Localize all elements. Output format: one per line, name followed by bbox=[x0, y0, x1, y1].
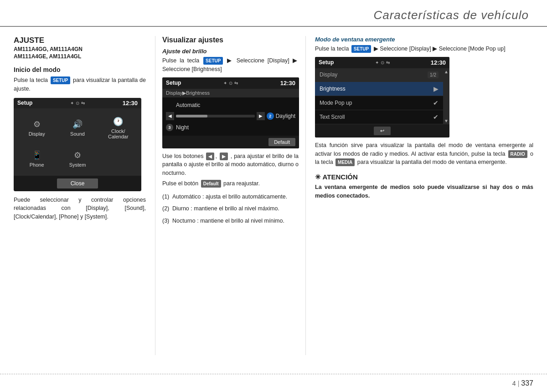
screen-title-left: Setup bbox=[17, 100, 32, 106]
menu-display[interactable]: ⚙ Display bbox=[17, 112, 56, 144]
right-screen-header: Setup ✦ ⊙ ⇆ 12:30 bbox=[315, 57, 449, 68]
page-num-main: 337 bbox=[521, 379, 533, 387]
back-button[interactable]: ↩ bbox=[374, 127, 391, 135]
display-label: Display bbox=[320, 71, 337, 78]
radio-button[interactable]: RADIO bbox=[508, 150, 527, 158]
list-text-1: Automático : ajusta el brillo automática… bbox=[172, 193, 287, 201]
default-button[interactable]: Default bbox=[268, 138, 295, 146]
text-scroll-check-icon: ✔ bbox=[433, 113, 439, 121]
list-num-2: (2) bbox=[162, 204, 172, 213]
text-scroll-row[interactable]: Text Scroll ✔ bbox=[315, 110, 443, 124]
menu-clock[interactable]: 🕐 Clock/Calendar bbox=[99, 112, 138, 144]
main-content: AJUSTE AM111A4GG, AM111A4GN AM111A4GE, A… bbox=[0, 27, 547, 360]
option-night[interactable]: 3 Night bbox=[166, 122, 295, 133]
breadcrumb: Display▶Brightness bbox=[162, 89, 299, 97]
page-title: Características de vehículo bbox=[373, 8, 529, 22]
right-screen-time: 12:30 bbox=[431, 59, 446, 66]
mode-popup-row[interactable]: Mode Pop up ✔ bbox=[315, 96, 443, 110]
daylight-label: Daylight bbox=[276, 113, 295, 119]
slider-track bbox=[176, 115, 255, 117]
list-text-2: Diurno : mantiene el brillo al nivel máx… bbox=[172, 204, 279, 213]
puede-text: Puede seleccionar y controlar opciones r… bbox=[14, 196, 146, 221]
inicio-text: Pulse la tecla SETUP para visualizar la … bbox=[14, 76, 146, 93]
pulse-default-text: Pulse el botón Default para reajustar. bbox=[162, 179, 299, 188]
list-item-2: (2) Diurno : mantiene el brillo al nivel… bbox=[162, 204, 299, 213]
right-screen-footer: ↩ bbox=[315, 124, 449, 137]
menu-phone-label: Phone bbox=[30, 162, 44, 168]
brightness-row[interactable]: Brightness ▶ bbox=[315, 82, 443, 96]
close-button[interactable]: Close bbox=[57, 178, 98, 188]
page-footer: 4 | 337 bbox=[0, 374, 547, 392]
list-item-3: (3) Nocturno : mantiene el brillo al niv… bbox=[162, 217, 299, 225]
right-column: Modo de ventana emergente Pulse la tecla… bbox=[305, 36, 533, 355]
brightness-options: Automatic ◀ ▶ 2 Daylight 3 Night bbox=[162, 97, 299, 136]
ajuste-title: AJUSTE bbox=[14, 36, 146, 45]
scroll-bar: ▲ ▼ bbox=[443, 68, 449, 124]
default-bar: Default bbox=[162, 136, 299, 148]
menu-sound[interactable]: 🔊 Sound bbox=[58, 112, 97, 144]
attencion-title: ✳ ATENCIÓN bbox=[315, 173, 533, 181]
pulse-text: Pulse la tecla bbox=[14, 77, 48, 83]
left-setup-screen: Setup ✦ ⊙ ⇆ 12:30 ⚙ Display 🔊 Sound bbox=[14, 98, 141, 191]
bt-icon-right: ✦ bbox=[375, 60, 379, 65]
use-text: Use los botones ◀, ▶ , para ajustar el b… bbox=[162, 152, 299, 178]
daylight-circle: 2 bbox=[267, 112, 274, 120]
settings-icon: ⊙ bbox=[76, 101, 79, 106]
settings-icon-right: ⊙ bbox=[381, 60, 384, 65]
settings-icon-center: ⊙ bbox=[229, 81, 232, 86]
menu-sound-label: Sound bbox=[70, 131, 85, 137]
left-arrow-btn[interactable]: ◀ bbox=[206, 153, 214, 160]
bt-icon-center: ✦ bbox=[223, 81, 227, 86]
phone-icon: 📱 bbox=[32, 150, 42, 160]
default-inline-btn[interactable]: Default bbox=[201, 180, 221, 188]
mode-popup-check-icon: ✔ bbox=[433, 99, 439, 107]
page-number: 4 | 337 bbox=[512, 379, 533, 387]
screen-body: Display 1/2 Brightness ▶ Mode Pop up ✔ T… bbox=[315, 68, 449, 124]
right-screen-icons: ✦ ⊙ ⇆ bbox=[375, 60, 390, 65]
page-header: Características de vehículo bbox=[0, 0, 547, 27]
slider-left-arrow[interactable]: ◀ bbox=[166, 112, 174, 120]
mode-title: Modo de ventana emergente bbox=[315, 36, 533, 43]
slider-row[interactable]: ◀ ▶ 2 Daylight bbox=[166, 110, 295, 122]
model-subtitle-2: AM111A4GE, AM111A4GL bbox=[14, 53, 146, 60]
signal-icon: ⇆ bbox=[81, 101, 85, 106]
center-column: Visualizar ajustes Ajuste del brillo Pul… bbox=[155, 36, 305, 355]
option-automatic[interactable]: Automatic bbox=[166, 100, 295, 110]
setup-button-center[interactable]: SETUP bbox=[203, 57, 223, 65]
inicio-heading: Inicio del modo bbox=[14, 66, 146, 73]
right-body-text: Esta función sirve para visualizar la pa… bbox=[315, 141, 533, 167]
clock-icon: 🕐 bbox=[113, 117, 123, 127]
left-column: AJUSTE AM111A4GG, AM111A4GN AM111A4GE, A… bbox=[14, 36, 155, 355]
scroll-up-arrow[interactable]: ▲ bbox=[444, 69, 449, 74]
close-bar: Close bbox=[14, 176, 141, 191]
signal-icon-right: ⇆ bbox=[386, 60, 390, 65]
list-text-3: Nocturno : mantiene el brillo al nivel m… bbox=[172, 217, 284, 225]
ajuste-subtitle: Ajuste del brillo bbox=[162, 48, 299, 55]
model-subtitle-1: AM111A4GG, AM111A4GN bbox=[14, 46, 146, 52]
bluetooth-icon: ✦ bbox=[70, 101, 74, 106]
main-menu: ⚙ Display 🔊 Sound 🕐 Clock/Calendar 📱 Pho… bbox=[14, 108, 141, 176]
night-label: Night bbox=[176, 124, 189, 131]
menu-system[interactable]: ⚙ System bbox=[58, 146, 97, 172]
right-setup-screen: Setup ✦ ⊙ ⇆ 12:30 Display 1/2 Brightness bbox=[315, 57, 449, 137]
scroll-down-arrow[interactable]: ▼ bbox=[444, 118, 449, 123]
automatic-label: Automatic bbox=[176, 102, 200, 108]
night-circle: 3 bbox=[166, 124, 173, 131]
brightness-time: 12:30 bbox=[280, 80, 295, 87]
signal-icon-center: ⇆ bbox=[234, 81, 238, 86]
system-icon: ⚙ bbox=[74, 150, 81, 160]
sound-icon: 🔊 bbox=[72, 119, 83, 129]
setup-button-right[interactable]: SETUP bbox=[351, 45, 371, 53]
brightness-screen: Setup ✦ ⊙ ⇆ 12:30 Display▶Brightness Aut… bbox=[162, 77, 299, 148]
brightness-list: (1) Automático : ajusta el brillo automá… bbox=[162, 193, 299, 225]
center-pulse-text: Pulse la tecla SETUP ▶ Seleccione [Displ… bbox=[162, 56, 299, 74]
page-section: 4 bbox=[512, 380, 516, 387]
menu-phone[interactable]: 📱 Phone bbox=[17, 146, 56, 172]
attencion-box: ✳ ATENCIÓN La ventana emergente de medio… bbox=[315, 173, 533, 200]
text-scroll-label: Text Scroll bbox=[320, 114, 345, 120]
media-button[interactable]: MEDIA bbox=[335, 158, 355, 166]
setup-button-left[interactable]: SETUP bbox=[51, 76, 70, 84]
list-header-row: Display 1/2 bbox=[315, 68, 443, 82]
slider-right-arrow[interactable]: ▶ bbox=[257, 112, 265, 120]
right-arrow-btn[interactable]: ▶ bbox=[220, 153, 228, 160]
